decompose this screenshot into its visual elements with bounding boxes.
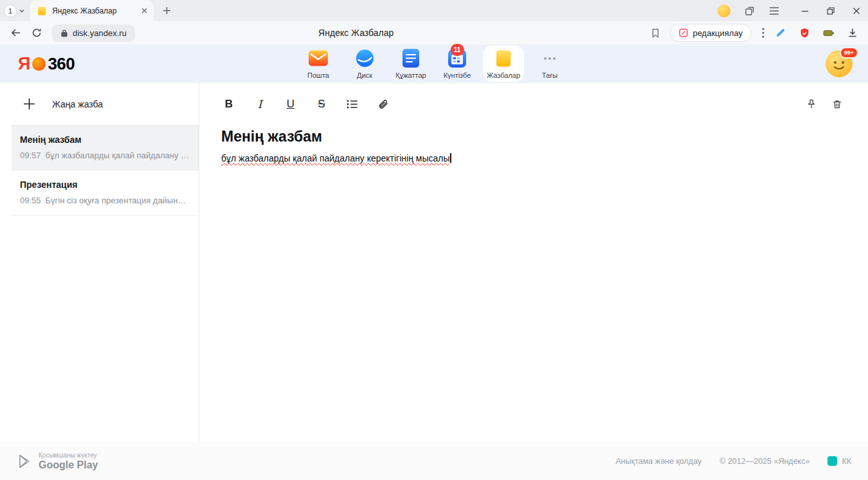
calendar-badge: 11 bbox=[451, 44, 464, 56]
app-label-notes: Жазбалар bbox=[487, 71, 520, 79]
google-play-link[interactable]: Қосымшаны жүктеу Google Play bbox=[18, 452, 98, 471]
app-mail[interactable]: Пошта bbox=[298, 46, 339, 82]
url-domain: disk.yandex.ru bbox=[73, 28, 127, 38]
store-name: Google Play bbox=[39, 459, 98, 471]
help-link[interactable]: Анықтама және қолдау bbox=[616, 457, 702, 466]
footer-links: Анықтама және қолдау © 2012—2025 «Яндекс… bbox=[616, 456, 851, 466]
edit-pencil-icon bbox=[679, 28, 688, 37]
chevron-down-icon[interactable] bbox=[19, 8, 25, 14]
text-caret bbox=[450, 153, 451, 163]
shield-icon[interactable] bbox=[799, 28, 810, 39]
tab-close-icon[interactable] bbox=[141, 8, 147, 14]
language-code: КК bbox=[842, 457, 851, 466]
underline-button[interactable]: U bbox=[283, 96, 298, 113]
tab-yandex-notes[interactable]: Яндекс Жазбалар bbox=[30, 0, 154, 21]
strikethrough-button[interactable]: S bbox=[314, 96, 329, 113]
reload-icon[interactable] bbox=[32, 28, 42, 38]
minimize-button[interactable] bbox=[801, 7, 809, 15]
note-preview: бұл жазбаларды қалай пайдалану ке… bbox=[46, 151, 190, 160]
user-avatar[interactable]: 99+ bbox=[826, 50, 853, 77]
google-play-texts: Қосымшаны жүктеу Google Play bbox=[39, 452, 98, 471]
note-title: Менің жазбам bbox=[20, 134, 190, 145]
google-play-icon bbox=[18, 454, 32, 469]
omnibox[interactable]: disk.yandex.ru Яндекс Жазбалар bbox=[52, 23, 660, 42]
browser-window: 1 Яндекс Жазбалар bbox=[0, 0, 868, 480]
editor-note-body[interactable]: бұл жазбаларды қалай пайдалану керектігі… bbox=[221, 153, 845, 163]
pin-note-button[interactable] bbox=[804, 96, 819, 113]
extension-icons bbox=[775, 27, 858, 39]
window-controls bbox=[801, 7, 860, 15]
close-window-button[interactable] bbox=[853, 7, 860, 15]
notes-favicon-icon bbox=[37, 6, 47, 16]
plus-icon bbox=[23, 98, 35, 110]
language-switcher[interactable]: КК bbox=[827, 456, 851, 466]
bold-button[interactable]: B bbox=[221, 96, 237, 113]
download-icon[interactable] bbox=[847, 28, 858, 38]
notification-badge: 99+ bbox=[840, 47, 858, 59]
editor-note-title[interactable]: Менің жазбам bbox=[221, 128, 845, 145]
yandex-360-header: Я 360 Пошта Диск Құжаттар bbox=[0, 44, 868, 83]
notes-sidebar: Жаңа жазба Менің жазбам 09:57 бұл жазбал… bbox=[0, 83, 199, 442]
tab-group-control[interactable]: 1 bbox=[4, 5, 25, 17]
note-list-item[interactable]: Презентация 09:55 Бүгін сіз оқуға презен… bbox=[12, 171, 199, 216]
new-note-button[interactable]: Жаңа жазба bbox=[12, 83, 199, 125]
note-editor: B I U S Менің жаз bbox=[199, 83, 868, 442]
app-label-more: Тағы bbox=[542, 71, 557, 79]
pen-icon[interactable] bbox=[775, 27, 786, 39]
note-subtitle: 09:57 бұл жазбаларды қалай пайдалану ке… bbox=[20, 151, 190, 160]
note-preview: Бүгін сіз оқуға презентация дайында… bbox=[46, 196, 190, 205]
yandex-360-logo[interactable]: Я 360 bbox=[18, 54, 75, 74]
italic-button[interactable]: I bbox=[252, 96, 267, 113]
bookmark-icon[interactable] bbox=[651, 28, 660, 38]
tab-counter[interactable]: 1 bbox=[4, 5, 17, 17]
app-notes[interactable]: Жазбалар bbox=[483, 46, 524, 82]
app-label-disk: Диск bbox=[357, 71, 372, 79]
note-subtitle: 09:55 Бүгін сіз оқуға презентация дайынд… bbox=[20, 196, 190, 205]
note-time: 09:55 bbox=[20, 196, 41, 205]
app-calendar[interactable]: 11 Күнтізбе bbox=[437, 46, 478, 82]
address-bar: disk.yandex.ru Яндекс Жазбалар редакциял… bbox=[0, 21, 868, 44]
note-list-item[interactable]: Менің жазбам 09:57 бұл жазбаларды қалай … bbox=[12, 125, 199, 171]
back-icon[interactable] bbox=[10, 28, 21, 38]
url-chip[interactable]: disk.yandex.ru bbox=[52, 24, 135, 42]
tab-title: Яндекс Жазбалар bbox=[52, 6, 136, 15]
delete-note-button[interactable] bbox=[829, 96, 845, 113]
logo-o-icon bbox=[32, 57, 46, 71]
kebab-menu-icon[interactable] bbox=[762, 28, 764, 38]
edit-mode-button[interactable]: редакциялау bbox=[670, 24, 752, 42]
main-content: Жаңа жазба Менің жазбам 09:57 бұл жазбал… bbox=[0, 83, 868, 442]
notes-icon bbox=[494, 49, 513, 68]
new-tab-button[interactable] bbox=[163, 6, 171, 15]
restore-window-button[interactable] bbox=[827, 7, 835, 15]
disk-icon bbox=[356, 49, 374, 68]
editor-toolbar-right bbox=[804, 96, 845, 113]
app-more[interactable]: Тағы bbox=[529, 46, 570, 82]
note-time: 09:57 bbox=[20, 151, 41, 160]
bullet-list-button[interactable] bbox=[345, 96, 360, 113]
editor-toolbar: B I U S bbox=[221, 83, 845, 125]
logo-letter: Я bbox=[18, 54, 30, 74]
note-title: Презентация bbox=[20, 180, 190, 190]
more-icon bbox=[543, 49, 556, 68]
attach-file-button[interactable] bbox=[375, 96, 391, 113]
docs-icon bbox=[402, 49, 419, 68]
tab-panels-icon[interactable] bbox=[745, 6, 755, 16]
app-docs[interactable]: Құжаттар bbox=[390, 46, 431, 82]
app-label-docs: Құжаттар bbox=[395, 71, 426, 79]
apps-nav: Пошта Диск Құжаттар 11 Күнтізбе bbox=[298, 46, 570, 82]
app-label-mail: Пошта bbox=[307, 71, 329, 79]
battery-icon[interactable] bbox=[823, 29, 835, 37]
app-label-calendar: Күнтізбе bbox=[444, 71, 471, 79]
note-body-text[interactable]: бұл жазбаларды қалай пайдалану керектігі… bbox=[221, 153, 449, 163]
profile-avatar-icon[interactable] bbox=[718, 5, 730, 17]
edit-mode-label: редакциялау bbox=[692, 28, 743, 38]
mail-icon bbox=[309, 49, 328, 68]
download-hint: Қосымшаны жүктеу bbox=[39, 452, 98, 459]
lock-icon bbox=[60, 29, 68, 37]
page-footer: Қосымшаны жүктеу Google Play Анықтама жә… bbox=[0, 442, 868, 480]
app-disk[interactable]: Диск bbox=[344, 46, 385, 82]
language-icon bbox=[827, 456, 837, 466]
copyright-text: © 2012—2025 «Яндекс» bbox=[719, 457, 809, 466]
calendar-icon: 11 bbox=[448, 49, 466, 68]
menu-icon[interactable] bbox=[769, 6, 779, 15]
